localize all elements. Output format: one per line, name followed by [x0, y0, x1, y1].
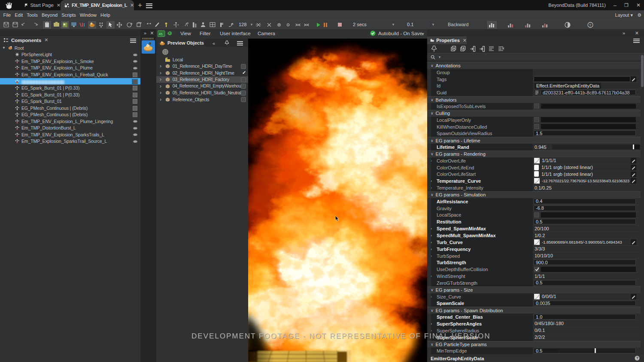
svg-text:?: ?: [636, 356, 638, 360]
svg-text:45: 45: [159, 32, 163, 36]
svg-text:?: ?: [589, 23, 591, 27]
